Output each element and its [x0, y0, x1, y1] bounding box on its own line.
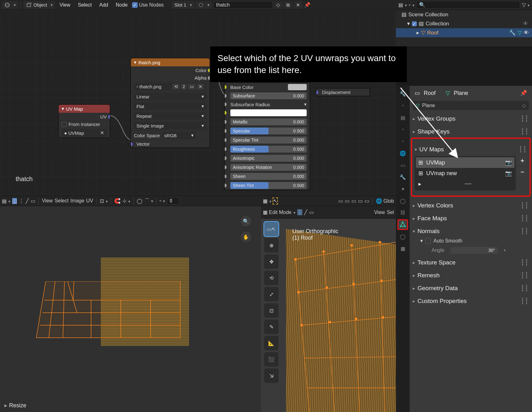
interp-dropdown[interactable]: Linear▾	[134, 93, 207, 100]
bsdf-row[interactable]: Specular0.500	[225, 126, 310, 135]
uv-maps-list[interactable]: ⊞ UVMap 📷 ⊞ UVmap new 📷 ▸┅┅	[415, 156, 516, 190]
menu-uv[interactable]: UV	[86, 198, 93, 204]
modifier-icon[interactable]: 🔧	[509, 29, 516, 36]
uv-map-item[interactable]: ⊞ UVmap new 📷	[416, 168, 514, 179]
tab-mesh-data[interactable]	[397, 219, 408, 230]
icon-unlink[interactable]: ✕	[197, 84, 204, 90]
colorspace-dropdown[interactable]: sRGB▾	[162, 132, 196, 139]
socket-dot[interactable]	[208, 76, 210, 80]
eye-icon[interactable]: 👁	[523, 21, 529, 27]
uvmap-select[interactable]: ● UVMap✕	[62, 129, 107, 137]
mesh-data-icon[interactable]: ▽	[518, 29, 522, 36]
socket-dot[interactable]	[108, 115, 110, 119]
socket-dot[interactable]	[225, 138, 227, 142]
color-chip[interactable]	[230, 109, 307, 116]
tool-rotate[interactable]: ⟲	[264, 271, 279, 285]
socket-dot[interactable]	[225, 111, 227, 115]
selmode-face[interactable]: ▭	[31, 198, 35, 204]
bsdf-row[interactable]: Anisotropic0.000	[225, 154, 310, 163]
socket-dot[interactable]	[225, 120, 227, 124]
menu-view[interactable]: View	[56, 1, 73, 9]
chevron-down-icon[interactable]: ▾	[304, 102, 307, 107]
tool-add-cube[interactable]: ⬛	[264, 352, 279, 367]
material-name-input[interactable]: thatch	[213, 1, 273, 9]
selmode-edge[interactable]: ╱	[304, 209, 307, 215]
bsdf-row[interactable]: Subsurface0.000	[225, 91, 310, 100]
bsdf-row[interactable]: Roughness0.500	[225, 144, 310, 154]
socket-dot[interactable]	[225, 156, 227, 160]
icon-users[interactable]: 2	[181, 84, 187, 90]
menu-view[interactable]: View	[374, 210, 385, 215]
editor-type-button[interactable]: ▤	[2, 198, 10, 204]
ext-dropdown[interactable]: Repeat▾	[134, 112, 207, 120]
value-slider[interactable]: Subsurface0.000	[230, 92, 307, 99]
selmode-edge[interactable]: ╱	[26, 198, 29, 204]
section-texture-space[interactable]: Texture Space┇┇	[413, 258, 529, 267]
socket-dot[interactable]	[225, 102, 227, 106]
color-chip[interactable]	[288, 84, 307, 90]
editor-type-button[interactable]	[2, 1, 18, 9]
eye-icon[interactable]: 👁	[524, 30, 529, 36]
tool-cursor[interactable]: ⊕	[264, 238, 279, 253]
socket-dot[interactable]	[225, 165, 227, 169]
image-browse[interactable]: ▫	[160, 198, 165, 204]
slot-dropdown[interactable]: Slot 1	[172, 1, 194, 8]
image-name-input[interactable]: tl	[167, 197, 179, 205]
prop-edit-button[interactable]: ◯	[137, 198, 142, 204]
value-slider[interactable]: Sheen0.000	[230, 173, 307, 180]
section-geometry-data[interactable]: Geometry Data┇┇	[413, 284, 529, 292]
socket-dot[interactable]	[208, 69, 210, 72]
bsdf-row[interactable]: Anisotropic Rotation0.000	[225, 163, 310, 172]
menu-node[interactable]: Node	[113, 1, 131, 9]
outliner-row-collection[interactable]: ▾✓▤ Collection 👁	[396, 19, 532, 28]
list-expand[interactable]: ▸┅┅	[416, 179, 514, 189]
tool-transform[interactable]: ⊡	[264, 303, 279, 318]
bsdf-row[interactable]: Base Color	[225, 83, 310, 91]
section-face-maps[interactable]: Face Maps┇┇	[413, 214, 529, 222]
pivot-button[interactable]: ⊡	[100, 198, 108, 204]
socket-dot[interactable]	[131, 142, 133, 146]
socket-dot[interactable]	[225, 94, 227, 98]
outliner-row-roof[interactable]: ▸ ▽ Roof 🔧 ▽ 👁	[396, 28, 532, 37]
tool-scale[interactable]: ⤢	[264, 287, 279, 301]
socket-dot[interactable]	[316, 91, 318, 94]
pin-button[interactable]: 📌	[520, 90, 527, 96]
socket-dot[interactable]	[225, 147, 227, 151]
mode-dropdown[interactable]: ▦ Edit Mode	[263, 209, 295, 215]
icon-open[interactable]: ▭	[188, 84, 196, 90]
tab-material[interactable]: ◯	[397, 231, 408, 242]
mode-dropdown[interactable]: Object	[23, 1, 55, 9]
angle-slider[interactable]: 30°	[451, 247, 498, 254]
tool-annotate[interactable]: ✎	[264, 320, 279, 334]
node-principled-bsdf[interactable]: Base ColorSubsurface0.000Subsurface Radi…	[225, 83, 310, 190]
material-copy-button[interactable]: ⧉	[284, 1, 292, 9]
bsdf-row[interactable]: Sheen Tint0.500	[225, 181, 310, 190]
node-editor[interactable]: thatch ▾UV Map UV From Instancer ● UVMap…	[0, 10, 396, 196]
snap-button[interactable]: 🧲	[114, 198, 120, 204]
tool-move[interactable]: ✥	[264, 254, 279, 269]
outliner-search[interactable]: 🔍	[416, 1, 520, 9]
tool-extrude[interactable]: ⇲	[264, 368, 279, 383]
value-slider[interactable]: Specular0.500	[230, 128, 307, 134]
gizmo-btn-4[interactable]: ▭	[358, 198, 363, 204]
tab-particle[interactable]: ✦	[397, 184, 408, 194]
section-custom-properties[interactable]: Custom Properties┇┇	[413, 297, 529, 305]
node-uvmap[interactable]: ▾UV Map UV From Instancer ● UVMap✕	[59, 105, 110, 138]
socket-dot[interactable]	[225, 184, 227, 187]
section-vertex-colors[interactable]: Vertex Colors┇┇	[413, 201, 529, 210]
icon-reload[interactable]: ⟲	[172, 84, 180, 90]
material-browse-button[interactable]	[196, 1, 212, 9]
value-slider[interactable]: Specular Tint0.000	[230, 137, 307, 143]
menu-add[interactable]: Add	[96, 1, 111, 9]
menu-view[interactable]: View	[42, 198, 53, 204]
tool-cursor-button[interactable]: ↖	[273, 198, 277, 204]
outliner-type[interactable]: ▤	[398, 2, 407, 8]
value-slider[interactable]: Anisotropic0.000	[230, 155, 307, 162]
auto-smooth-checkbox[interactable]	[425, 238, 431, 244]
image-field[interactable]: ▫ thatch.png ⟲2▭✕	[134, 83, 207, 91]
outliner-row-scene[interactable]: ▤Scene Collection	[396, 10, 532, 19]
camera-icon[interactable]: 📷	[505, 170, 512, 177]
selmode-vert[interactable]: ⋮	[19, 198, 24, 204]
menu-select[interactable]: Sel	[387, 210, 394, 215]
value-slider[interactable]: Metallic0.000	[230, 118, 307, 125]
